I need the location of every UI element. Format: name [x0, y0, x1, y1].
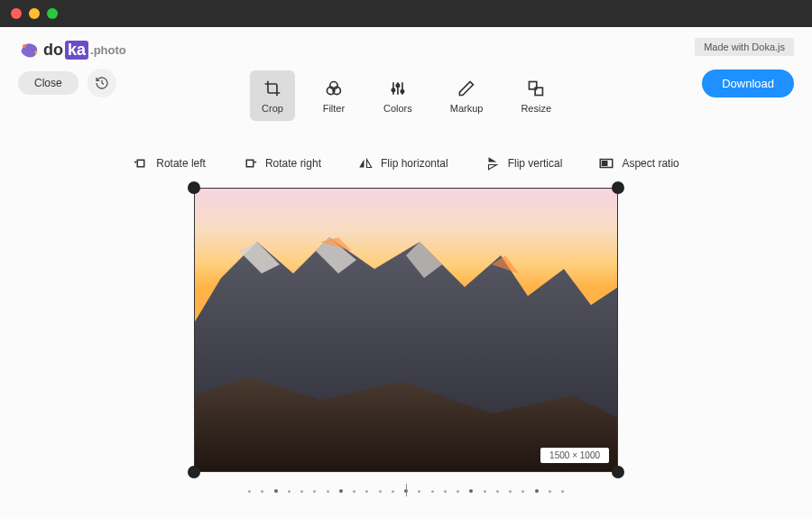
- svg-point-8: [392, 88, 394, 91]
- window-maximize-button[interactable]: [47, 8, 58, 19]
- crop-frame[interactable]: 1500 × 1000: [194, 188, 618, 472]
- tool-crop[interactable]: Crop: [250, 70, 295, 121]
- flip-horizontal-icon: [357, 155, 374, 171]
- tool-colors[interactable]: Colors: [373, 70, 423, 121]
- window-minimize-button[interactable]: [29, 8, 40, 19]
- history-button[interactable]: [88, 69, 116, 97]
- window-titlebar: [0, 0, 812, 27]
- app-container: doka.photo Made with Doka.js Close Crop: [0, 27, 812, 519]
- tool-resize[interactable]: Resize: [510, 70, 562, 121]
- close-button[interactable]: Close: [18, 71, 78, 95]
- logo-mark-icon: [18, 38, 42, 61]
- window-close-button[interactable]: [11, 8, 22, 19]
- made-with-badge[interactable]: Made with Doka.js: [695, 38, 794, 56]
- rotate-right-button[interactable]: Rotate right: [242, 155, 321, 171]
- crop-handle-top-left[interactable]: [188, 181, 200, 194]
- svg-point-9: [396, 84, 399, 87]
- rotate-right-icon: [242, 155, 258, 171]
- app-header: doka.photo Made with Doka.js: [0, 27, 812, 61]
- flip-vertical-button[interactable]: Flip vertical: [484, 155, 563, 171]
- rotate-left-icon: [133, 155, 149, 171]
- svg-point-10: [401, 90, 403, 93]
- crop-subtoolbar: Rotate left Rotate right Flip horizontal…: [0, 146, 812, 181]
- tool-markup[interactable]: Markup: [439, 70, 494, 121]
- crop-icon: [263, 79, 281, 97]
- topbar: Close Crop Filter: [0, 61, 812, 97]
- flip-horizontal-label: Flip horizontal: [381, 157, 448, 170]
- aspect-ratio-label: Aspect ratio: [622, 157, 678, 170]
- flip-vertical-icon: [484, 155, 501, 171]
- flip-vertical-label: Flip vertical: [508, 157, 563, 170]
- ruler-center-indicator: [406, 484, 407, 496]
- logo-text-2: ka: [65, 41, 88, 60]
- tool-markup-label: Markup: [450, 103, 484, 114]
- flip-horizontal-button[interactable]: Flip horizontal: [357, 155, 448, 171]
- dimensions-badge: 1500 × 1000: [540, 448, 609, 463]
- logo-text-1: do: [43, 41, 63, 60]
- tool-crop-label: Crop: [262, 103, 283, 114]
- tool-filter-label: Filter: [323, 103, 345, 114]
- tool-resize-label: Resize: [521, 103, 551, 114]
- svg-point-1: [35, 51, 38, 54]
- crop-handle-bottom-left[interactable]: [188, 466, 200, 478]
- aspect-ratio-button[interactable]: Aspect ratio: [598, 155, 678, 171]
- filter-icon: [325, 79, 343, 97]
- rotate-right-label: Rotate right: [265, 157, 321, 170]
- history-icon: [95, 76, 109, 90]
- logo-suffix: .photo: [90, 43, 126, 57]
- aspect-ratio-icon: [598, 155, 614, 171]
- svg-point-0: [23, 44, 26, 48]
- main-tools: Crop Filter Colors Markup: [250, 70, 562, 121]
- traffic-lights: [11, 8, 58, 19]
- rotate-left-button[interactable]: Rotate left: [133, 155, 206, 171]
- markup-icon: [457, 79, 475, 97]
- download-button[interactable]: Download: [702, 70, 794, 97]
- svg-rect-14: [603, 162, 607, 166]
- tool-colors-label: Colors: [383, 103, 412, 114]
- crop-handle-bottom-right[interactable]: [612, 466, 624, 478]
- app-logo: doka.photo: [18, 38, 126, 61]
- left-controls: Close: [18, 69, 116, 97]
- resize-icon: [527, 79, 545, 97]
- rotate-left-label: Rotate left: [156, 157, 206, 170]
- rotation-ruler[interactable]: [0, 481, 812, 499]
- photo-preview: [194, 188, 618, 472]
- canvas-area: 1500 × 1000: [0, 188, 812, 472]
- crop-handle-top-right[interactable]: [612, 181, 624, 194]
- colors-icon: [389, 79, 407, 97]
- tool-filter[interactable]: Filter: [311, 70, 356, 121]
